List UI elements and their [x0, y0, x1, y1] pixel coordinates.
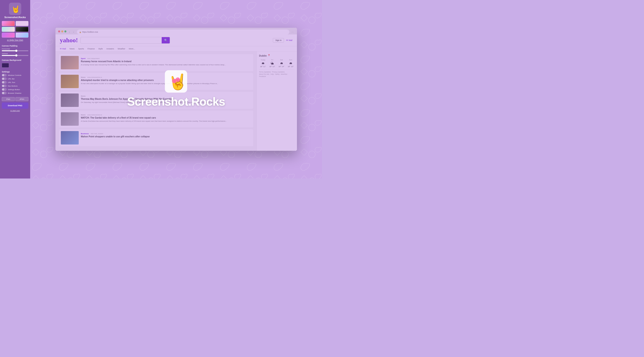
settings-label: Settings: [2, 71, 10, 73]
vertical-thumb[interactable]: [15, 54, 18, 56]
settings-button-row: Settings Button: [2, 88, 28, 91]
window-controls-row: Window Controls: [2, 74, 28, 76]
url-text-row: URL Text: [2, 81, 28, 84]
or-style-link[interactable]: or Style Your Own: [7, 39, 23, 41]
url-text-toggle[interactable]: [2, 81, 7, 84]
nav-buttons-label: Nav Buttons: [8, 85, 18, 87]
window-controls-toggle[interactable]: [2, 74, 7, 76]
browser-shadow-row: Browser Shadow: [2, 92, 28, 94]
preset-thumb-5[interactable]: [2, 33, 15, 38]
canvas-background-label: Canvas Background: [2, 59, 21, 61]
png-button[interactable]: PNG: [2, 97, 15, 101]
logo-area: 🤘 Screenshot.Rocks: [4, 3, 26, 19]
jpeg-button[interactable]: JPEG: [16, 97, 28, 101]
url-bar-toggle[interactable]: [2, 78, 7, 80]
browser-shadow-toggle[interactable]: [2, 92, 7, 94]
padding-sliders: Horizontal Vertical: [2, 48, 28, 56]
horizontal-track[interactable]: [2, 50, 28, 51]
start-over-link[interactable]: or start over: [10, 110, 20, 112]
horizontal-thumb[interactable]: [15, 50, 18, 52]
vertical-slider-item: Vertical: [2, 52, 28, 56]
settings-section: Window Controls URL Bar URL Text Nav But…: [2, 74, 28, 95]
svg-text:🤘: 🤘: [12, 5, 20, 14]
url-bar-label: URL Bar: [8, 78, 14, 80]
browser-container: ‹ › 🔒 https://edition.noe ⋯ yahoo!: [56, 28, 297, 151]
vertical-fill: [2, 55, 16, 56]
nav-buttons-toggle[interactable]: [2, 84, 7, 87]
main-area: ‹ › 🔒 https://edition.noe ⋯ yahoo!: [30, 0, 322, 178]
preset-thumb-4[interactable]: [16, 27, 28, 32]
preset-thumb-3[interactable]: [2, 27, 15, 32]
canvas-background-section: [2, 62, 28, 68]
logo-text: Screenshot.Rocks: [4, 16, 26, 19]
preset-thumb-2[interactable]: [16, 21, 28, 26]
horizontal-label: Horizontal: [2, 48, 28, 50]
horizontal-slider-item: Horizontal: [2, 48, 28, 51]
horizontal-fill: [2, 50, 16, 51]
sidebar: 🤘 Screenshot.Rocks or Style Your Own Can…: [0, 0, 30, 178]
settings-button-toggle[interactable]: [2, 88, 7, 91]
window-controls-label: Window Controls: [8, 74, 21, 76]
url-text-label: URL Text: [8, 82, 15, 84]
nav-buttons-row: Nav Buttons: [2, 84, 28, 87]
browser-overlay: [56, 28, 297, 151]
logo-icon: 🤘: [9, 3, 21, 15]
browser-shadow-label: Browser Shadow: [8, 92, 21, 94]
vertical-track[interactable]: [2, 55, 28, 56]
format-row: PNG JPEG: [2, 97, 28, 101]
color-swatch[interactable]: [2, 63, 9, 68]
preset-thumb-1[interactable]: [2, 21, 15, 26]
vertical-label: Vertical: [2, 52, 28, 54]
download-button[interactable]: Download PNG: [2, 102, 28, 109]
preset-thumb-6[interactable]: [16, 33, 28, 38]
presets-grid: [2, 21, 28, 38]
url-bar-row: URL Bar: [2, 78, 28, 80]
canvas-padding-label: Canvas Padding: [2, 45, 18, 47]
settings-button-label: Settings Button: [8, 88, 20, 90]
